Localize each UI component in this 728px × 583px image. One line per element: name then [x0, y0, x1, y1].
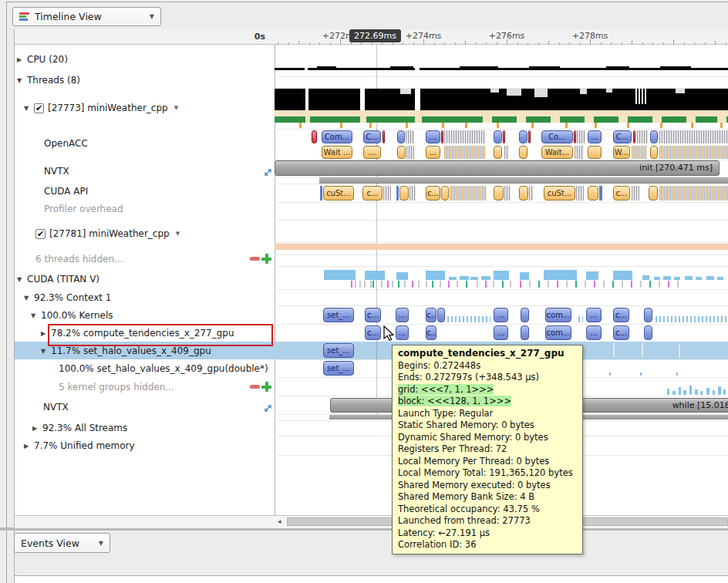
kernels-compute-row-block[interactable]: ... — [586, 325, 602, 340]
cuda-api-row-block[interactable] — [383, 186, 391, 201]
kernels-compute-row-block[interactable]: c... — [365, 325, 381, 340]
tree-item[interactable]: 100.0% set_halo_values_x_409_gpu(double*… — [59, 362, 268, 376]
kernels-all-row-block[interactable] — [578, 316, 583, 322]
openacc-wait-row-block[interactable] — [575, 146, 584, 159]
openacc-launch-row-block[interactable] — [444, 130, 485, 143]
kernels-all-row-block[interactable]: com... — [545, 308, 571, 322]
openacc-launch-row-block[interactable] — [633, 130, 635, 143]
cuda-api-row-block[interactable]: c... — [613, 186, 630, 201]
kernels-compute-row-block[interactable]: ... — [396, 325, 409, 340]
chevron-right-icon[interactable]: ▶ — [32, 425, 42, 432]
openacc-launch-row-block[interactable] — [650, 130, 658, 143]
tree-item[interactable]: NVTX — [44, 164, 69, 178]
openacc-wait-row-block[interactable]: W... — [613, 146, 630, 159]
cuda-api-row-block[interactable] — [576, 186, 584, 201]
openacc-launch-row-block[interactable] — [397, 130, 405, 143]
openacc-wait-row-block[interactable] — [632, 146, 647, 159]
view-selector-dropdown[interactable]: Timeline View ▼ — [12, 7, 161, 26]
openacc-wait-row-block[interactable] — [650, 146, 658, 159]
cuda-api-row-block[interactable] — [450, 186, 487, 201]
openacc-wait-row-block[interactable]: ... — [426, 146, 440, 159]
expand-row-icon[interactable] — [263, 166, 273, 180]
tree-item[interactable]: ▼CUDA (TITAN V) — [17, 272, 99, 286]
tree-item[interactable]: ✔[27781] miniWeather_cpp▼ — [35, 227, 180, 241]
openacc-launch-row-block[interactable]: C... — [613, 130, 632, 143]
tree-item[interactable]: ▶CPU (20) — [17, 52, 68, 66]
kernels-all-row-block[interactable] — [437, 308, 445, 322]
chevron-down-icon[interactable]: ▼ — [41, 348, 51, 355]
add-filter-icon[interactable] — [261, 254, 271, 264]
openacc-launch-row-block[interactable] — [312, 130, 317, 143]
chevron-down-icon[interactable]: ▼ — [17, 77, 27, 84]
remove-filter-icon[interactable] — [250, 257, 260, 261]
openacc-launch-row-block[interactable] — [577, 130, 585, 143]
tree-item[interactable]: ▼100.0% Kernels — [31, 308, 113, 322]
chevron-right-icon[interactable]: ▶ — [17, 56, 27, 63]
tree-item[interactable]: ▶92.3% All Streams — [32, 421, 127, 435]
kernels-all-row-block[interactable]: set_... — [323, 308, 354, 322]
cuda-api-row-block[interactable] — [494, 186, 504, 201]
openacc-wait-row-block[interactable] — [588, 146, 602, 159]
openacc-wait-row-block[interactable]: ... — [363, 146, 381, 159]
cuda-api-row-block[interactable] — [320, 186, 322, 201]
openacc-launch-row-block[interactable] — [503, 130, 505, 143]
openacc-wait-row-block[interactable] — [659, 146, 728, 159]
kernels-sethalo-selected-row-block[interactable] — [613, 343, 615, 358]
chevron-down-icon[interactable]: ▼ — [31, 312, 41, 319]
openacc-launch-row-block[interactable] — [494, 130, 502, 143]
openacc-wait-row-block[interactable] — [519, 146, 527, 159]
chevron-down-icon[interactable]: ▼ — [24, 295, 34, 302]
tree-item[interactable]: 5 kernel groups hidden... — [59, 380, 174, 394]
cuda-api-row-block[interactable] — [588, 186, 598, 201]
openacc-launch-row-block[interactable] — [659, 130, 728, 143]
kernels-sethalo-selected-row-block[interactable]: set_... — [323, 343, 354, 358]
openacc-launch-row-block[interactable] — [441, 130, 443, 143]
kernels-all-row-block[interactable] — [656, 316, 728, 322]
openacc-wait-row-block[interactable] — [494, 146, 502, 159]
kernels-all-row-block[interactable] — [644, 308, 652, 322]
openacc-wait-row-block[interactable] — [504, 146, 509, 159]
remove-filter-icon[interactable] — [250, 385, 260, 389]
openacc-launch-row-block[interactable]: ... — [588, 130, 602, 143]
tree-item[interactable]: ▼92.3% Context 1 — [24, 291, 111, 305]
kernels-all-row-block[interactable] — [447, 316, 490, 322]
kernels-all-row-block[interactable] — [521, 308, 529, 322]
cuda-api-row-block[interactable] — [599, 186, 602, 201]
tree-item[interactable]: ▶7.7% Unified memory — [24, 439, 135, 453]
tree-item[interactable]: OpenACC — [44, 136, 88, 150]
chevron-right-icon[interactable]: ▶ — [24, 443, 34, 450]
nvtx-init-range[interactable]: init [270.471 ms] — [275, 160, 720, 176]
tree-item[interactable]: ▼✔[27773] miniWeather_cpp▼ — [24, 101, 178, 115]
kernels-all-row-block[interactable]: c... — [426, 308, 436, 322]
openacc-wait-row-block[interactable]: Wait... — [541, 146, 573, 159]
chevron-down-icon[interactable]: ▼ — [176, 231, 180, 237]
kernels-sethalo-detail-row-block[interactable] — [676, 372, 678, 376]
cuda-api-row-block[interactable] — [529, 186, 534, 201]
openacc-launch-row-block[interactable] — [406, 130, 414, 143]
openacc-launch-row-block[interactable] — [637, 130, 648, 143]
cuda-api-row-block[interactable] — [659, 186, 728, 201]
openacc-wait-row-block[interactable] — [406, 146, 414, 159]
cuda-api-row-block[interactable] — [632, 186, 639, 201]
kernels-sethalo-selected-row-block[interactable] — [642, 343, 643, 358]
thread-checkbox[interactable]: ✔ — [34, 103, 44, 113]
kernels-all-row-block[interactable]: ... — [494, 308, 508, 322]
kernels-compute-row-block[interactable]: c... — [426, 325, 436, 340]
tree-item[interactable]: Profiler overhead — [44, 202, 123, 216]
openacc-launch-row-block[interactable] — [519, 130, 527, 143]
add-filter-icon[interactable] — [261, 382, 271, 392]
cuda-api-row-block[interactable] — [519, 186, 528, 201]
kernels-compute-row-block[interactable]: c... — [613, 325, 629, 340]
chevron-down-icon[interactable]: ▼ — [174, 105, 178, 111]
openacc-launch-row-block[interactable] — [528, 130, 531, 143]
openacc-launch-row-block[interactable]: Co... — [541, 130, 573, 143]
cuda-api-row-block[interactable] — [410, 186, 416, 201]
chevron-down-icon[interactable]: ▼ — [17, 276, 27, 283]
cuda-api-row-block[interactable]: cuSt... — [323, 186, 354, 201]
openacc-launch-row-block[interactable]: ... — [426, 130, 440, 143]
cuda-api-row-block[interactable] — [504, 186, 511, 201]
cuda-api-row-block[interactable] — [441, 186, 449, 201]
tree-item[interactable]: CUDA API — [44, 184, 88, 198]
tree-item[interactable]: 6 threads hidden... — [35, 252, 123, 266]
tree-item[interactable]: ▼Threads (8) — [17, 73, 80, 87]
